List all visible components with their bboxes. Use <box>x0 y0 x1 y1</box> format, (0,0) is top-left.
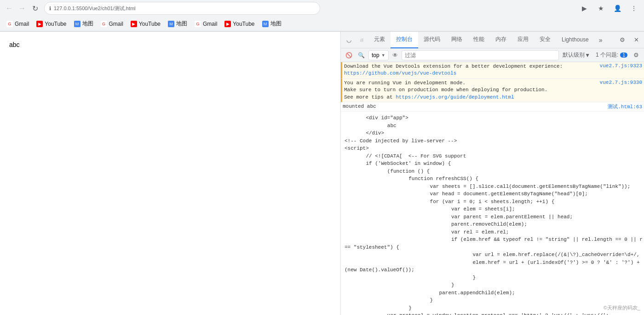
menu-button[interactable]: ⋮ <box>627 2 640 15</box>
bookmark-label-youtube-2: YouTube <box>139 21 161 27</box>
devtools-tabs: 元素 控制台 源代码 网络 性能 内存 应用 安全 Lighthouse <box>368 32 594 48</box>
devtools-settings-button[interactable]: ⚙ <box>616 34 628 46</box>
bookmark-gmail-2[interactable]: G Gmail <box>98 20 126 28</box>
browser-chrome: ← → ↻ ℹ 127.0.0.1:5500/Vue2/ch01/测试.html… <box>0 0 644 32</box>
cast-button[interactable]: ▶ <box>578 2 591 15</box>
tab-security[interactable]: 安全 <box>534 32 556 48</box>
tab-network[interactable]: 网络 <box>446 32 468 48</box>
bookmarks-bar: G Gmail ▶ YouTube M 地图 G Gmail ▶ YouTube… <box>0 17 644 31</box>
issues-badge: 1 <box>620 52 627 58</box>
console-source-dev-mode[interactable]: vue2.7.js:9330 <box>600 80 642 85</box>
back-button[interactable]: ← <box>4 3 15 14</box>
default-level-label: 默认级别 <box>563 51 585 59</box>
context-label: top <box>372 52 380 58</box>
console-message-dev-mode: You are running Vue in development mode.… <box>344 80 596 101</box>
console-clear-button[interactable]: 🚫 <box>344 50 354 60</box>
tab-performance[interactable]: 性能 <box>468 32 490 48</box>
ditu-favicon-2: M <box>168 21 174 27</box>
issues-button[interactable]: 1 个问题: 1 <box>594 51 629 59</box>
bookmark-label-youtube-1: YouTube <box>45 21 66 27</box>
console-filter-input[interactable] <box>402 50 559 60</box>
bookmark-gmail-1[interactable]: G Gmail <box>4 20 32 28</box>
bookmark-ditu-1[interactable]: M 地图 <box>71 19 96 29</box>
gmail-favicon-1: G <box>6 21 13 27</box>
tab-console[interactable]: 控制台 <box>391 32 418 48</box>
youtube-favicon-1: ▶ <box>36 21 43 27</box>
console-message-mounted: mounted abc <box>343 103 604 110</box>
devtools-panel: ◡ ◽ 元素 控制台 源代码 网络 性能 内存 应用 安全 Lighthouse… <box>340 32 644 315</box>
title-bar: ← → ↻ ℹ 127.0.0.1:5500/Vue2/ch01/测试.html… <box>0 0 644 17</box>
youtube-favicon-3: ▶ <box>224 21 231 27</box>
page-text: abc <box>9 41 331 48</box>
tab-elements[interactable]: 元素 <box>368 32 391 48</box>
page-content: abc <box>0 32 340 315</box>
devtools-topbar: ◡ ◽ 元素 控制台 源代码 网络 性能 内存 应用 安全 Lighthouse… <box>341 32 644 48</box>
tab-application[interactable]: 应用 <box>512 32 534 48</box>
devtools-console[interactable]: Download the Vue Devtools extension for … <box>341 62 644 315</box>
gmail-favicon-2: G <box>101 21 107 27</box>
watermark: ©天秤座的码农_ <box>604 304 640 311</box>
bookmark-gmail-3[interactable]: G Gmail <box>192 20 220 28</box>
console-source-mounted[interactable]: 测试.html:63 <box>608 103 642 110</box>
bookmark-youtube-1[interactable]: ▶ YouTube <box>34 20 69 28</box>
issues-label: 1 个问题: <box>596 51 618 59</box>
nav-buttons: ← → ↻ <box>4 3 40 14</box>
console-filter-toggle[interactable]: 🔍 <box>356 50 367 60</box>
bookmark-label-ditu-1: 地图 <box>82 20 93 28</box>
lock-icon: ℹ <box>49 6 51 12</box>
console-entry-code: <div id="app"> abc </div> <!-- Code inje… <box>341 111 644 315</box>
devtools-device-button[interactable]: ◽ <box>356 34 368 46</box>
console-settings-button[interactable]: ⚙ <box>631 50 641 60</box>
tab-lighthouse[interactable]: Lighthouse <box>556 32 594 48</box>
ditu-favicon-3: M <box>262 21 269 27</box>
context-selector[interactable]: top ▼ <box>368 50 389 60</box>
bookmark-youtube-2[interactable]: ▶ YouTube <box>128 20 163 28</box>
browser-toolbar-icons: ▶ ★ 👤 ⋮ <box>578 2 640 15</box>
console-entry-mounted: mounted abc 测试.html:63 <box>341 102 644 111</box>
tab-memory[interactable]: 内存 <box>490 32 512 48</box>
eye-button[interactable]: 👁 <box>391 50 400 60</box>
bookmark-label-ditu-2: 地图 <box>176 20 187 28</box>
url-text: 127.0.0.1:5500/Vue2/ch01/测试.html <box>54 5 136 12</box>
bookmark-youtube-3[interactable]: ▶ YouTube <box>222 20 257 28</box>
vuejs-deployment-link[interactable]: https://vuejs.org/guide/deployment.html <box>396 94 514 100</box>
console-entry-vue-devtools: Download the Vue Devtools extension for … <box>341 62 644 79</box>
bookmark-ditu-3[interactable]: M 地图 <box>259 19 284 29</box>
devtools-toolbar: 🚫 🔍 top ▼ 👁 默认级别 ▼ 1 个问题: 1 ⚙ <box>341 48 644 62</box>
main-area: abc ◡ ◽ 元素 控制台 源代码 网络 性能 内存 应用 安全 Lighth… <box>0 32 644 315</box>
forward-button[interactable]: → <box>17 3 28 14</box>
bookmark-label-ditu-3: 地图 <box>270 20 282 28</box>
ditu-favicon-1: M <box>74 21 80 27</box>
bookmark-label-gmail-1: Gmail <box>15 21 29 27</box>
youtube-favicon-2: ▶ <box>131 21 137 27</box>
default-level-dropdown[interactable]: 默认级别 ▼ <box>561 50 592 60</box>
profile-button[interactable]: 👤 <box>611 2 624 15</box>
reload-button[interactable]: ↻ <box>29 3 40 14</box>
tab-sources[interactable]: 源代码 <box>418 32 446 48</box>
console-code-block: <div id="app"> abc </div> <!-- Code inje… <box>343 112 642 315</box>
bookmark-label-youtube-3: YouTube <box>233 21 254 27</box>
console-source-vue-devtools[interactable]: vue2.7.js:9323 <box>600 63 642 69</box>
devtools-more-tabs[interactable]: » <box>595 36 606 44</box>
devtools-inspect-button[interactable]: ◡ <box>343 34 355 46</box>
context-arrow: ▼ <box>381 53 385 58</box>
bookmark-ditu-2[interactable]: M 地图 <box>165 19 190 29</box>
console-entry-dev-mode: You are running Vue in development mode.… <box>341 79 644 102</box>
bookmark-button[interactable]: ★ <box>594 2 607 15</box>
bookmark-label-gmail-2: Gmail <box>109 21 123 27</box>
gmail-favicon-3: G <box>195 21 201 27</box>
console-message-vue-devtools: Download the Vue Devtools extension for … <box>344 63 596 77</box>
bookmark-label-gmail-3: Gmail <box>203 21 217 27</box>
devtools-close-button[interactable]: ✕ <box>630 34 642 46</box>
address-bar[interactable]: ℹ 127.0.0.1:5500/Vue2/ch01/测试.html <box>44 2 320 15</box>
vue-devtools-link[interactable]: https://github.com/vuejs/vue-devtools <box>344 70 456 76</box>
